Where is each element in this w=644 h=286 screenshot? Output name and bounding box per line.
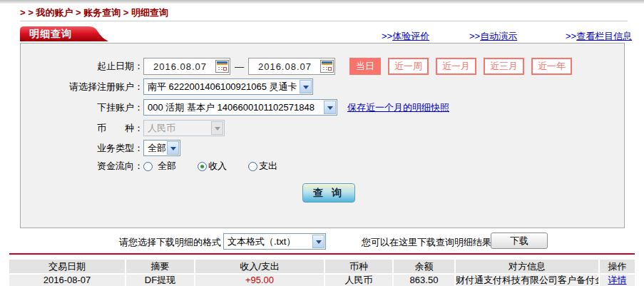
currency-value: 人民币 xyxy=(148,122,210,135)
table-header-row: 交易日期 摘要 收入/支出 币种 余额 对方信息 操作 xyxy=(9,260,635,273)
cell-currency: 人民币 xyxy=(325,275,392,286)
radio-flow-expense[interactable] xyxy=(248,162,257,171)
breadcrumb-divider xyxy=(20,21,628,21)
chevron-down-icon xyxy=(211,121,223,135)
header-action: 操作 xyxy=(600,260,635,273)
radio-flow-expense-label[interactable]: 支出 xyxy=(259,160,277,173)
quick-range-week-button[interactable]: 近一周 xyxy=(388,58,429,75)
calendar-icon-bar2 xyxy=(217,63,228,65)
link-experience-review[interactable]: >>体验评价 xyxy=(382,30,429,43)
calendar-icon[interactable] xyxy=(215,60,229,73)
register-account-value: 南平 6222001406100921065 灵通卡 xyxy=(148,81,299,93)
currency-select-disabled: 人民币 xyxy=(143,120,225,136)
register-account-select[interactable]: 南平 6222001406100921065 灵通卡 xyxy=(143,78,313,95)
chevron-down-icon[interactable] xyxy=(324,101,336,114)
link-view-column-info[interactable]: >>查看栏目信息 xyxy=(566,30,632,43)
header-income-expense: 收入/支出 xyxy=(195,260,324,273)
date-to-value[interactable]: 2016.08.07 xyxy=(250,61,320,72)
breadcrumb[interactable]: > > 我的账户 > 账务查询 > 明细查询 xyxy=(20,6,168,19)
sub-account-label: 下挂账户： xyxy=(21,101,143,114)
radio-flow-all[interactable] xyxy=(143,162,153,171)
link-prefix: >> xyxy=(469,31,480,41)
table-row: 2016-08-07 DF提现 +95.00 人民币 863.50 财付通支付科… xyxy=(9,275,635,286)
link-label[interactable]: 查看栏目信息 xyxy=(576,31,632,41)
date-range-dash: — xyxy=(235,61,244,72)
detail-query-page: > > 我的账户 > 账务查询 > 明细查询 明细查询 >>体验评价 >>自动演… xyxy=(0,0,644,286)
biz-type-label: 业务类型： xyxy=(21,142,143,155)
radio-flow-income-label[interactable]: 收入 xyxy=(208,160,227,173)
results-table: 交易日期 摘要 收入/支出 币种 余额 对方信息 操作 2016-08-07 D… xyxy=(9,260,635,286)
cell-counterparty: 财付通支付科技有限公司客户备付金 xyxy=(456,275,598,286)
header-summary: 摘要 xyxy=(126,260,194,273)
date-from-input[interactable]: 2016.08.07 xyxy=(143,58,230,75)
calendar-icon-today-mark xyxy=(328,67,332,71)
fund-flow-label: 资金流向： xyxy=(21,160,143,173)
table-top-accent-line xyxy=(9,253,635,255)
download-format-select[interactable]: 文本格式（.txt） xyxy=(223,233,326,250)
download-hint: 您可以在这里下载查询明细结果 xyxy=(362,236,491,249)
calendar-icon-today-mark xyxy=(223,67,227,71)
cell-trade-date: 2016-08-07 xyxy=(9,275,125,286)
biz-type-value: 全部 xyxy=(148,142,166,155)
quick-range-year-button[interactable]: 近一年 xyxy=(531,58,572,75)
radio-flow-all-label[interactable]: 全部 xyxy=(158,160,176,173)
register-account-label: 请选择注册账户： xyxy=(21,81,143,93)
query-button[interactable]: 查 询 xyxy=(302,183,355,203)
link-prefix: >> xyxy=(566,31,576,41)
date-to-input[interactable]: 2016.08.07 xyxy=(248,58,335,75)
cell-amount: +95.00 xyxy=(195,275,324,286)
download-button[interactable]: 下载 xyxy=(491,233,548,249)
tab-detail-query: 明细查询 xyxy=(20,26,108,41)
download-format-label: 请您选择下载明细的格式 xyxy=(71,236,221,249)
link-label[interactable]: 自动演示 xyxy=(480,31,517,41)
date-range-label: 起止日期： xyxy=(21,60,143,73)
header-trade-date: 交易日期 xyxy=(9,260,125,273)
save-snapshot-link[interactable]: 保存近一个月的明细快照 xyxy=(347,101,449,114)
quick-range-3months-button[interactable]: 近三月 xyxy=(484,58,524,75)
quick-range-month-button[interactable]: 近一月 xyxy=(436,58,476,75)
link-label[interactable]: 体验评价 xyxy=(392,31,429,41)
sub-account-select[interactable]: 000 活期 基本户 1406600101102571848 xyxy=(143,99,337,116)
query-form-panel: 起止日期： 2016.08.07 — 2016.08.07 xyxy=(20,43,625,228)
quick-range-today-button[interactable]: 当日 xyxy=(349,58,381,75)
header-counterparty: 对方信息 xyxy=(456,260,598,273)
link-auto-demo[interactable]: >>自动演示 xyxy=(469,30,517,43)
header-balance: 余额 xyxy=(394,260,454,273)
cell-balance: 863.50 xyxy=(394,275,454,286)
download-format-value: 文本格式（.txt） xyxy=(228,235,312,248)
sub-account-value: 000 活期 基本户 1406600101102571848 xyxy=(148,101,323,114)
detail-link[interactable]: 详情 xyxy=(608,275,627,285)
cell-summary: DF提现 xyxy=(126,275,194,286)
radio-flow-income[interactable] xyxy=(198,162,207,171)
chevron-down-icon[interactable] xyxy=(167,141,179,155)
currency-label: 币 种： xyxy=(21,122,143,135)
top-divider-bar xyxy=(0,0,644,4)
page-title: 明细查询 xyxy=(29,28,72,41)
link-prefix: >> xyxy=(382,31,392,41)
chevron-down-icon[interactable] xyxy=(300,80,312,93)
biz-type-select[interactable]: 全部 xyxy=(143,140,180,156)
chevron-down-icon[interactable] xyxy=(312,235,324,248)
header-currency: 币种 xyxy=(325,260,392,273)
date-from-value[interactable]: 2016.08.07 xyxy=(145,61,215,72)
calendar-icon[interactable] xyxy=(320,60,334,73)
calendar-icon-bar2 xyxy=(322,63,332,65)
